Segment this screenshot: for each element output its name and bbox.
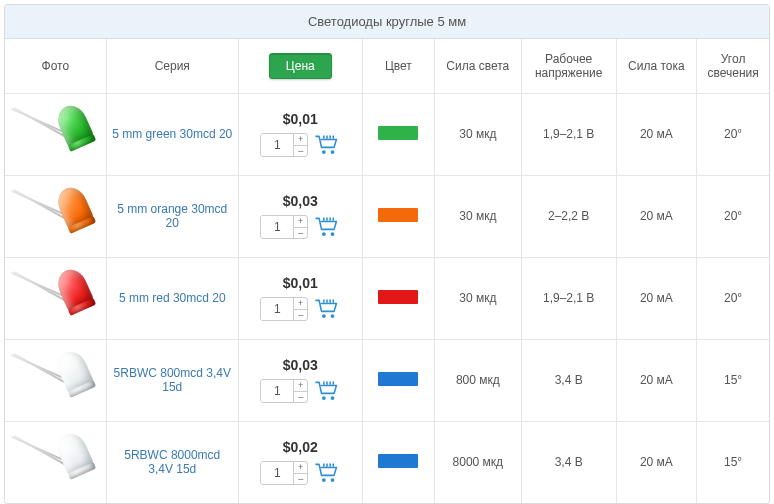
quantity-input[interactable] xyxy=(261,298,293,320)
header-color: Цвет xyxy=(362,39,434,93)
table-row: 5RBWC 8000mcd 3,4V 15d $0,02 + – xyxy=(5,421,769,503)
cell-photo xyxy=(5,175,106,257)
cell-voltage: 1,9–2,1 В xyxy=(521,257,616,339)
cell-series: 5RBWC 800mcd 3,4V 15d xyxy=(106,339,238,421)
quantity-increase[interactable]: + xyxy=(294,216,307,228)
cell-series: 5RBWC 8000mcd 3,4V 15d xyxy=(106,421,238,503)
quantity-decrease[interactable]: – xyxy=(294,310,307,321)
header-angle: Угол свечения xyxy=(697,39,769,93)
cell-current: 20 мА xyxy=(616,175,697,257)
cell-color xyxy=(362,421,434,503)
quantity-input[interactable] xyxy=(261,380,293,402)
header-luminance: Сила света xyxy=(434,39,521,93)
led-bulb-icon xyxy=(53,265,95,313)
cell-luminance: 800 мкд xyxy=(434,339,521,421)
quantity-input[interactable] xyxy=(261,462,293,484)
quantity-stepper[interactable]: + – xyxy=(260,297,308,321)
table-row: 5 mm green 30mcd 20 $0,01 + – xyxy=(5,93,769,175)
price-value: $0,01 xyxy=(247,275,354,291)
quantity-increase[interactable]: + xyxy=(294,298,307,310)
cell-series: 5 mm orange 30mcd 20 xyxy=(106,175,238,257)
cell-current: 20 мА xyxy=(616,93,697,175)
cell-photo xyxy=(5,257,106,339)
quantity-increase[interactable]: + xyxy=(294,380,307,392)
led-photo xyxy=(12,183,98,249)
cell-price: $0,02 + – xyxy=(238,421,362,503)
svg-point-4 xyxy=(322,314,326,318)
table-row: 5RBWC 800mcd 3,4V 15d $0,03 + – xyxy=(5,339,769,421)
table-row: 5 mm orange 30mcd 20 $0,03 + – xyxy=(5,175,769,257)
svg-point-1 xyxy=(331,150,335,154)
series-link[interactable]: 5RBWC 800mcd 3,4V 15d xyxy=(114,366,231,394)
quantity-stepper[interactable]: + – xyxy=(260,461,308,485)
svg-point-9 xyxy=(331,478,335,482)
cell-price: $0,03 + – xyxy=(238,175,362,257)
svg-point-3 xyxy=(331,232,335,236)
cell-color xyxy=(362,93,434,175)
quantity-decrease[interactable]: – xyxy=(294,474,307,485)
led-bulb-icon xyxy=(53,183,95,231)
cell-color xyxy=(362,339,434,421)
led-bulb-icon xyxy=(53,347,95,395)
led-photo xyxy=(12,101,98,167)
led-photo xyxy=(12,347,98,413)
cart-icon[interactable] xyxy=(314,134,340,156)
series-link[interactable]: 5 mm red 30mcd 20 xyxy=(119,291,226,305)
cell-current: 20 мА xyxy=(616,421,697,503)
header-current: Сила тока xyxy=(616,39,697,93)
series-link[interactable]: 5RBWC 8000mcd 3,4V 15d xyxy=(124,448,220,476)
quantity-decrease[interactable]: – xyxy=(294,228,307,239)
quantity-input[interactable] xyxy=(261,134,293,156)
cell-current: 20 мА xyxy=(616,339,697,421)
series-link[interactable]: 5 mm green 30mcd 20 xyxy=(112,127,232,141)
cell-luminance: 30 мкд xyxy=(434,257,521,339)
cell-angle: 20° xyxy=(697,257,769,339)
table-title: Светодиоды круглые 5 мм xyxy=(5,5,769,39)
price-value: $0,03 xyxy=(247,193,354,209)
header-photo: Фото xyxy=(5,39,106,93)
svg-point-5 xyxy=(331,314,335,318)
cell-luminance: 30 мкд xyxy=(434,93,521,175)
color-chip xyxy=(378,372,418,386)
cell-angle: 15° xyxy=(697,421,769,503)
cart-icon[interactable] xyxy=(314,380,340,402)
header-price[interactable]: Цена xyxy=(238,39,362,93)
series-link[interactable]: 5 mm orange 30mcd 20 xyxy=(117,202,227,230)
cell-angle: 20° xyxy=(697,93,769,175)
cell-color xyxy=(362,175,434,257)
svg-point-0 xyxy=(322,150,326,154)
product-table-container: Светодиоды круглые 5 мм Фото Серия Цена … xyxy=(4,4,770,504)
quantity-input[interactable] xyxy=(261,216,293,238)
header-voltage: Рабочее напряжение xyxy=(521,39,616,93)
quantity-increase[interactable]: + xyxy=(294,462,307,474)
cell-voltage: 2–2,2 В xyxy=(521,175,616,257)
quantity-decrease[interactable]: – xyxy=(294,146,307,157)
cart-icon[interactable] xyxy=(314,298,340,320)
color-chip xyxy=(378,208,418,222)
cart-icon[interactable] xyxy=(314,216,340,238)
cell-color xyxy=(362,257,434,339)
quantity-stepper[interactable]: + – xyxy=(260,133,308,157)
header-series: Серия xyxy=(106,39,238,93)
price-value: $0,03 xyxy=(247,357,354,373)
quantity-stepper[interactable]: + – xyxy=(260,215,308,239)
price-sort-button[interactable]: Цена xyxy=(269,53,332,79)
cell-photo xyxy=(5,93,106,175)
cart-icon[interactable] xyxy=(314,462,340,484)
cell-voltage: 3,4 В xyxy=(521,339,616,421)
quantity-stepper[interactable]: + – xyxy=(260,379,308,403)
table-row: 5 mm red 30mcd 20 $0,01 + – xyxy=(5,257,769,339)
quantity-increase[interactable]: + xyxy=(294,134,307,146)
header-row: Фото Серия Цена Цвет Сила света Рабочее … xyxy=(5,39,769,93)
cell-series: 5 mm red 30mcd 20 xyxy=(106,257,238,339)
cell-luminance: 8000 мкд xyxy=(434,421,521,503)
quantity-decrease[interactable]: – xyxy=(294,392,307,403)
led-photo xyxy=(12,265,98,331)
cell-price: $0,01 + – xyxy=(238,257,362,339)
cell-luminance: 30 мкд xyxy=(434,175,521,257)
led-bulb-icon xyxy=(53,101,95,149)
svg-point-2 xyxy=(322,232,326,236)
led-photo xyxy=(12,429,98,495)
cell-photo xyxy=(5,339,106,421)
cell-voltage: 1,9–2,1 В xyxy=(521,93,616,175)
